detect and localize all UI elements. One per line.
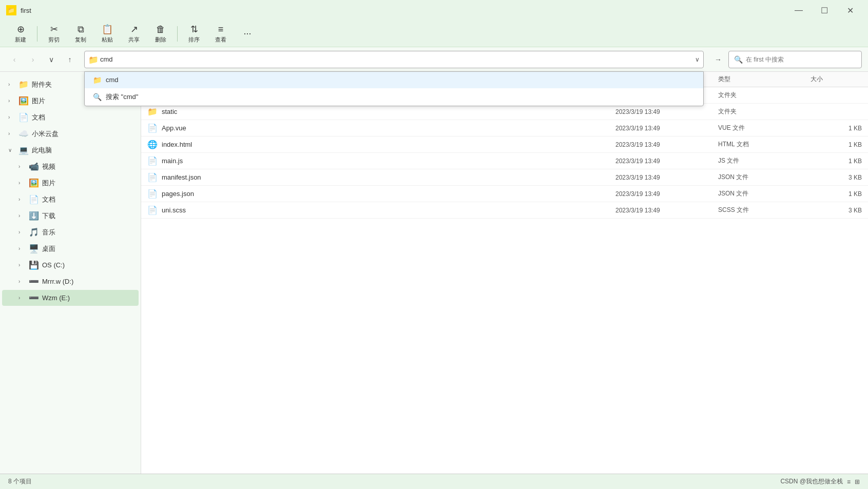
more-icon: ··· (243, 28, 251, 39)
sidebar-item-osc[interactable]: › 💾 OS (C:) (2, 257, 139, 273)
file-type: JS 文件 (718, 157, 811, 165)
autocomplete-item-cmd[interactable]: 📁 cmd (85, 72, 703, 88)
sidebar-item-downloads[interactable]: › ⬇️ 下载 (2, 208, 139, 224)
autocomplete-item-search[interactable]: 🔍 搜索 "cmd" (85, 88, 703, 106)
toolbar-separator-2 (177, 26, 178, 42)
docs-icon: 📄 (29, 194, 39, 204)
sidebar-item-thispc[interactable]: ∨ 💻 此电脑 (2, 142, 139, 158)
search-input[interactable] (746, 56, 856, 63)
chevron-icon: › (8, 82, 15, 87)
chevron-icon: › (18, 213, 26, 219)
chevron-expand-icon: ∨ (8, 147, 15, 153)
paste-button[interactable]: 📋 粘贴 (95, 23, 120, 45)
recent-button[interactable]: ∨ (43, 51, 60, 68)
chevron-icon: › (18, 295, 26, 301)
table-row[interactable]: 📁 static 2023/3/19 13:49 文件夹 (141, 104, 868, 120)
file-size: 1 KB (811, 125, 862, 132)
folder-icon: 📁 (18, 80, 29, 89)
list-view-icon[interactable]: ≡ (847, 478, 851, 485)
file-name-text: App.vue (162, 124, 186, 132)
sidebar-item-videos[interactable]: › 📹 视频 (2, 159, 139, 174)
sidebar-item-desktop[interactable]: › 🖥️ 桌面 (2, 241, 139, 257)
address-dropdown-icon[interactable]: ∨ (695, 56, 700, 63)
cut-button[interactable]: ✂ 剪切 (42, 23, 66, 45)
file-size: 3 KB (811, 174, 862, 181)
close-button[interactable]: ✕ (838, 3, 862, 18)
col-type: 类型 (718, 75, 811, 84)
table-row[interactable]: 📄 pages.json 2023/3/19 13:49 JSON 文件 1 K… (141, 186, 868, 202)
status-right: CSDN @我也想做全栈 ≡ ⊞ (780, 477, 860, 486)
file-size: 1 KB (811, 141, 862, 148)
sidebar-item-documents[interactable]: › 📄 文档 (2, 109, 139, 125)
sidebar-item-cloud[interactable]: › ☁️ 小米云盘 (2, 126, 139, 142)
drive-c-icon: 💾 (29, 260, 39, 270)
table-row[interactable]: 📄 main.js 2023/3/19 13:49 JS 文件 1 KB (141, 153, 868, 169)
col-size: 大小 (811, 75, 862, 84)
file-name-text: index.html (162, 141, 192, 148)
sidebar-item-mrrrw[interactable]: › ➖ Mrrr.w (D:) (2, 273, 139, 289)
sidebar: › 📁 附件夹 › 🖼️ 图片 › 📄 文档 › ☁️ 小米云盘 ∨ 💻 此电脑… (0, 72, 141, 474)
file-date: 2023/3/19 13:49 (615, 190, 718, 198)
back-button[interactable]: ‹ (6, 51, 23, 68)
cut-icon: ✂ (50, 24, 58, 35)
file-type: HTML 文档 (718, 140, 811, 149)
computer-icon: 💻 (18, 145, 29, 155)
more-button[interactable]: ··· (235, 23, 260, 45)
chevron-icon: › (8, 98, 15, 104)
pictures-icon: 🖼️ (18, 96, 29, 106)
file-date: 2023/3/19 13:49 (615, 158, 718, 165)
minimize-button[interactable]: — (787, 3, 811, 18)
paste-icon: 📋 (102, 24, 113, 35)
sidebar-label: 文档 (32, 113, 45, 122)
share-button[interactable]: ↗ 共享 (122, 23, 146, 45)
chevron-icon: › (18, 246, 26, 251)
scss-icon: 📄 (147, 205, 158, 215)
new-button[interactable]: ⊕ 新建 (8, 23, 33, 45)
video-icon: 📹 (29, 162, 39, 171)
sort-button[interactable]: ⇅ 排序 (182, 23, 206, 45)
sidebar-label: OS (C:) (42, 261, 65, 269)
table-row[interactable]: 📄 manifest.json 2023/3/19 13:49 JSON 文件 … (141, 169, 868, 186)
html-icon: 🌐 (147, 140, 158, 149)
file-name-text: main.js (162, 157, 183, 165)
address-input[interactable] (84, 51, 704, 68)
sidebar-item-wzm[interactable]: › ➖ Wzm (E:) (2, 290, 139, 306)
json-icon: 📄 (147, 172, 158, 182)
sidebar-item-music[interactable]: › 🎵 音乐 (2, 224, 139, 240)
table-row[interactable]: 📄 App.vue 2023/3/19 13:49 VUE 文件 1 KB (141, 120, 868, 136)
window-title: first (21, 7, 787, 14)
file-name-text: static (162, 108, 177, 115)
forward-button[interactable]: › (25, 51, 41, 68)
table-row[interactable]: 📄 uni.scss 2023/3/19 13:49 SCSS 文件 3 KB (141, 202, 868, 219)
sidebar-item-docs[interactable]: › 📄 文档 (2, 191, 139, 207)
js-icon: 📄 (147, 156, 158, 166)
grid-view-icon[interactable]: ⊞ (855, 478, 860, 485)
sidebar-label: 下载 (42, 211, 55, 221)
go-button[interactable]: → (710, 51, 726, 68)
file-name: 📄 App.vue (147, 123, 615, 133)
sidebar-item-photos[interactable]: › 🖼️ 图片 (2, 175, 139, 191)
window-icon: 📁 (6, 5, 16, 15)
item-count: 8 个项目 (8, 477, 32, 486)
main-content: › 📁 附件夹 › 🖼️ 图片 › 📄 文档 › ☁️ 小米云盘 ∨ 💻 此电脑… (0, 72, 868, 474)
table-row[interactable]: 🌐 index.html 2023/3/19 13:49 HTML 文档 1 K… (141, 136, 868, 153)
file-name-text: pages.json (162, 190, 194, 198)
sidebar-label: Wzm (E:) (42, 294, 70, 302)
file-name: 🌐 index.html (147, 140, 615, 149)
file-name-text: manifest.json (162, 173, 201, 181)
file-name: 📄 manifest.json (147, 172, 615, 182)
sidebar-label: 图片 (42, 179, 55, 188)
sidebar-label: 图片 (32, 96, 45, 106)
file-size: 1 KB (811, 158, 862, 165)
view-button[interactable]: ≡ 查看 (208, 23, 233, 45)
up-button[interactable]: ↑ (62, 51, 78, 68)
maximize-button[interactable]: ☐ (813, 3, 836, 18)
sidebar-label: 桌面 (42, 244, 55, 253)
sidebar-label: 此电脑 (32, 146, 52, 155)
file-name: 📁 static (147, 107, 615, 116)
file-size: 1 KB (811, 190, 862, 198)
file-name: 📄 pages.json (147, 189, 615, 199)
copy-button[interactable]: ⧉ 复制 (68, 23, 93, 45)
delete-button[interactable]: 🗑 删除 (148, 23, 173, 45)
autocomplete-dropdown: 📁 cmd 🔍 搜索 "cmd" (84, 71, 704, 106)
